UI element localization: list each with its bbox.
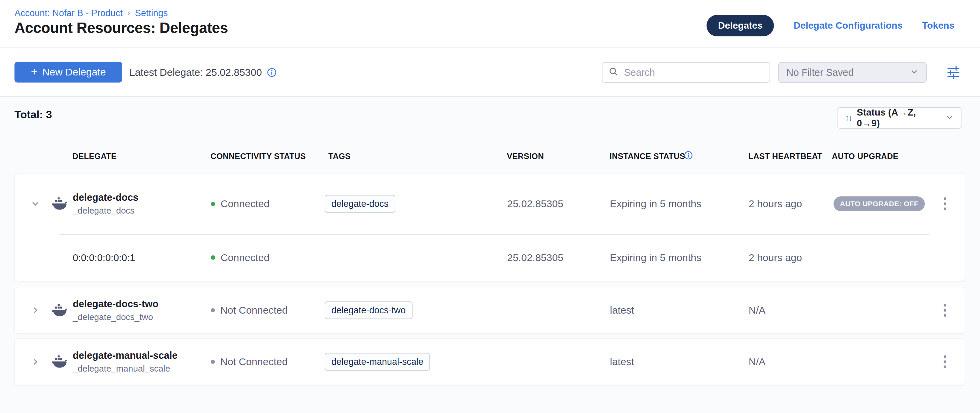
delegate-instance-row: 0:0:0:0:0:0:0:1 Connected 25.02.85305 Ex… bbox=[15, 234, 965, 281]
column-delegate: DELEGATE bbox=[72, 150, 116, 163]
delegate-card-delegate-manual-scale: delegate-manual-scale _delegate_manual_s… bbox=[14, 338, 965, 385]
column-version: VERSION bbox=[507, 150, 544, 163]
saved-filter-value: No Filter Saved bbox=[786, 67, 910, 78]
instance-host: 0:0:0:0:0:0:0:1 bbox=[73, 252, 135, 263]
chevron-right-icon[interactable] bbox=[30, 305, 41, 316]
version-value: 25.02.85305 bbox=[507, 198, 563, 209]
tab-tokens[interactable]: Tokens bbox=[922, 20, 955, 31]
version-value: 25.02.85305 bbox=[507, 252, 563, 263]
delegate-name: delegate-docs bbox=[73, 192, 138, 203]
connected-dot-icon bbox=[211, 202, 215, 206]
row-menu-button[interactable] bbox=[938, 195, 952, 212]
delegate-row: delegate-docs-two _delegate_docs_two Not… bbox=[15, 287, 965, 333]
delegate-card-delegate-docs: delegate-docs _delegate_docs Connected d… bbox=[14, 173, 965, 281]
sort-arrows-icon: ↑↓ bbox=[845, 113, 851, 123]
saved-filter-dropdown[interactable]: No Filter Saved bbox=[778, 62, 927, 83]
breadcrumb-settings-link[interactable]: Settings bbox=[135, 8, 168, 19]
breadcrumb-separator-icon: › bbox=[127, 8, 130, 18]
latest-delegate-text: Latest Delegate: 25.02.85300 bbox=[129, 67, 262, 78]
auto-upgrade-badge: AUTO UPGRADE: OFF bbox=[834, 196, 925, 211]
chevron-down-icon[interactable] bbox=[30, 198, 41, 209]
chevron-down-icon bbox=[945, 113, 954, 123]
column-instance-status: INSTANCE STATUS bbox=[609, 150, 685, 163]
total-count: Total: 3 bbox=[14, 108, 52, 121]
instance-status-value: latest bbox=[610, 356, 634, 368]
delegate-card-delegate-docs-two: delegate-docs-two _delegate_docs_two Not… bbox=[14, 287, 965, 333]
delegate-row: delegate-manual-scale _delegate_manual_s… bbox=[15, 338, 965, 385]
resource-tabs: Delegates Delegate Configurations Tokens bbox=[706, 15, 955, 37]
breadcrumb: Account: Nofar B - Product › Settings bbox=[14, 8, 168, 19]
docker-icon bbox=[51, 196, 68, 211]
connectivity-text: Not Connected bbox=[220, 356, 288, 368]
delegate-identifier: _delegate_manual_scale bbox=[73, 364, 178, 374]
plus-icon: + bbox=[31, 66, 38, 77]
search-icon bbox=[609, 67, 619, 78]
tab-delegate-configurations[interactable]: Delegate Configurations bbox=[794, 20, 902, 31]
connectivity-status: Connected bbox=[211, 252, 269, 263]
info-icon[interactable] bbox=[684, 151, 693, 161]
breadcrumb-account-link[interactable]: Account: Nofar B - Product bbox=[14, 8, 123, 19]
search-input[interactable] bbox=[624, 67, 764, 78]
disconnected-dot-icon bbox=[211, 308, 215, 312]
docker-icon bbox=[51, 303, 68, 318]
delegate-name: delegate-manual-scale bbox=[73, 350, 178, 361]
chevron-down-icon bbox=[910, 67, 919, 78]
delegate-identifier: _delegate_docs_two bbox=[73, 312, 159, 322]
connectivity-status: Not Connected bbox=[211, 305, 288, 316]
connectivity-text: Connected bbox=[221, 198, 269, 209]
instance-status-value: Expiring in 5 months bbox=[610, 198, 702, 209]
last-heartbeat-value: 2 hours ago bbox=[749, 198, 802, 209]
delegate-name: delegate-docs-two bbox=[73, 298, 159, 309]
column-last-heartbeat: LAST HEARTBEAT bbox=[748, 150, 822, 163]
row-menu-button[interactable] bbox=[938, 353, 952, 370]
info-icon[interactable] bbox=[267, 67, 277, 78]
tag-chip: delegate-manual-scale bbox=[325, 353, 430, 371]
tag-chip: delegate-docs-two bbox=[325, 301, 412, 319]
delegate-row: delegate-docs _delegate_docs Connected d… bbox=[15, 174, 965, 234]
page-header: Account: Nofar B - Product › Settings Ac… bbox=[0, 0, 980, 48]
last-heartbeat-value: 2 hours ago bbox=[749, 252, 802, 263]
column-auto-upgrade: AUTO UPGRADE bbox=[832, 150, 899, 163]
tag-chip: delegate-docs bbox=[325, 195, 395, 213]
row-menu-button[interactable] bbox=[938, 301, 952, 319]
last-heartbeat-value: N/A bbox=[749, 356, 765, 368]
search-box bbox=[602, 62, 770, 83]
new-delegate-label: New Delegate bbox=[43, 66, 106, 78]
delegates-page: Account: Nofar B - Product › Settings Ac… bbox=[0, 0, 980, 413]
connectivity-text: Not Connected bbox=[220, 305, 288, 316]
chevron-right-icon[interactable] bbox=[30, 356, 41, 368]
connectivity-text: Connected bbox=[221, 252, 269, 263]
delegate-name-cell[interactable]: delegate-manual-scale _delegate_manual_s… bbox=[73, 350, 178, 374]
filter-sliders-icon[interactable] bbox=[946, 66, 961, 79]
page-title: Account Resources: Delegates bbox=[14, 19, 228, 37]
disconnected-dot-icon bbox=[211, 360, 215, 364]
delegate-name-cell[interactable]: delegate-docs-two _delegate_docs_two bbox=[73, 298, 159, 322]
instance-status-value: Expiring in 5 months bbox=[610, 252, 702, 263]
connectivity-status: Connected bbox=[211, 198, 269, 209]
last-heartbeat-value: N/A bbox=[749, 305, 765, 316]
column-tags: TAGS bbox=[328, 150, 351, 163]
latest-delegate: Latest Delegate: 25.02.85300 bbox=[129, 48, 277, 96]
connected-dot-icon bbox=[211, 255, 215, 260]
docker-icon bbox=[51, 354, 68, 369]
delegate-identifier: _delegate_docs bbox=[73, 206, 138, 216]
delegate-name-cell[interactable]: delegate-docs _delegate_docs bbox=[73, 192, 138, 216]
column-connectivity-status: CONNECTIVITY STATUS bbox=[210, 150, 306, 163]
new-delegate-button[interactable]: + New Delegate bbox=[14, 62, 122, 83]
sort-dropdown[interactable]: ↑↓ Status (A→Z, 0→9) bbox=[837, 107, 962, 129]
sort-label: Status (A→Z, 0→9) bbox=[857, 107, 940, 129]
toolbar: + New Delegate Latest Delegate: 25.02.85… bbox=[0, 48, 980, 97]
instance-status-value: latest bbox=[610, 305, 634, 316]
tab-delegates[interactable]: Delegates bbox=[706, 15, 774, 37]
connectivity-status: Not Connected bbox=[211, 356, 288, 368]
table-header: DELEGATE CONNECTIVITY STATUS TAGS VERSIO… bbox=[0, 150, 980, 163]
